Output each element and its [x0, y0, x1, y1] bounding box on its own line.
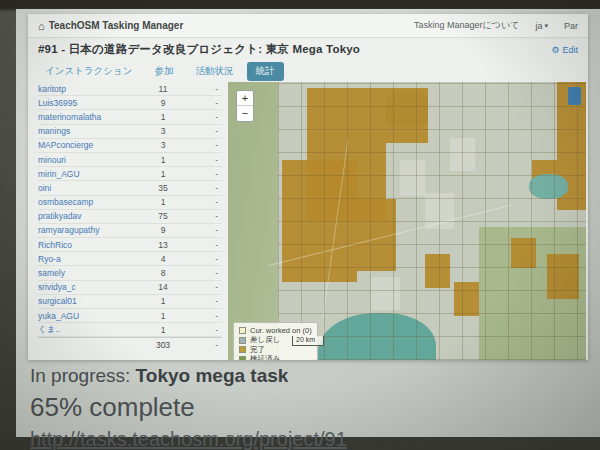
tab-contribute[interactable]: 参加 — [146, 62, 183, 81]
task-count: 3 — [142, 140, 184, 150]
legend-item: 完了 — [239, 345, 312, 355]
tab-activity[interactable]: 活動状況 — [187, 62, 243, 81]
map-terrain-west — [228, 82, 285, 360]
table-row: くま.. 1 - — [38, 323, 222, 337]
secondary-count: - — [184, 98, 222, 108]
caption-url: http://tasks.teachosm.org/project/91 — [30, 428, 347, 450]
table-row: surgical01 1 - — [38, 295, 222, 309]
legend-label: Cur. worked on (0) — [250, 326, 312, 335]
legend-item: Cur. worked on (0) — [239, 326, 312, 336]
user-menu[interactable]: Par — [564, 21, 578, 31]
username-link[interactable]: MAPconcierge — [38, 140, 142, 150]
legend-label: 完了 — [250, 345, 265, 355]
username-link[interactable]: pratikyadav — [38, 211, 142, 221]
task-count: 3 — [142, 126, 184, 136]
task-count: 1 — [142, 296, 184, 306]
username-link[interactable]: minouri — [38, 155, 142, 165]
secondary-count: - — [184, 225, 222, 235]
legend-swatch — [239, 356, 246, 360]
navbar-right: Tasking Managerについて ja ▾ Par — [414, 19, 578, 32]
secondary-count: - — [184, 254, 222, 264]
username-link[interactable]: yuka_AGU — [38, 311, 142, 321]
task-count: 1 — [142, 112, 184, 122]
username-link[interactable]: srividya_c — [38, 282, 142, 292]
map-scalebar: 20 km — [292, 336, 324, 346]
chevron-down-icon: ▾ — [544, 22, 548, 30]
legend-swatch — [239, 346, 246, 353]
username-link[interactable]: samely — [38, 268, 142, 278]
language-dropdown[interactable]: ja ▾ — [535, 21, 548, 31]
table-row: manings 3 - — [38, 125, 222, 139]
username-link[interactable]: manings — [38, 126, 142, 136]
edit-link[interactable]: ⚙ Edit — [551, 45, 578, 55]
layers-control-icon[interactable] — [568, 87, 581, 105]
tab-instructions[interactable]: インストラクション — [36, 62, 142, 81]
secondary-count: - — [184, 296, 222, 306]
task-count: 1 — [142, 197, 184, 207]
photo-background: ⌂ TeachOSM Tasking Manager Tasking Manag… — [0, 0, 600, 450]
secondary-count: - — [184, 311, 222, 321]
home-icon: ⌂ — [38, 20, 45, 32]
username-link[interactable]: Ryo-a — [38, 254, 142, 264]
username-link[interactable]: くま.. — [38, 324, 142, 336]
task-count: 1 — [142, 169, 184, 179]
task-count: 4 — [142, 254, 184, 264]
username-link[interactable]: ramyaragupathy — [38, 225, 142, 235]
secondary-count: - — [184, 325, 222, 335]
legend-swatch — [239, 337, 246, 344]
table-row: yuka_AGU 1 - — [38, 309, 222, 323]
table-row: MAPconcierge 3 - — [38, 139, 222, 153]
username-link[interactable]: oini — [38, 183, 142, 193]
legend-label: 差し戻し — [250, 335, 280, 345]
table-row: osmbasecamp 1 - — [38, 196, 222, 210]
username-link[interactable]: osmbasecamp — [38, 197, 142, 207]
about-link[interactable]: Tasking Managerについて — [414, 19, 519, 32]
task-count: 75 — [142, 211, 184, 221]
secondary-count: - — [184, 211, 222, 221]
username-link[interactable]: materinomalatha — [38, 112, 142, 122]
legend-label: 検証済み — [250, 354, 280, 360]
secondary-count: - — [184, 155, 222, 165]
slide-caption: In progress: Tokyo mega task 65% complet… — [30, 365, 347, 450]
total-count: 303 — [142, 340, 184, 350]
table-row: srividya_c 14 - — [38, 281, 222, 295]
username-link[interactable]: Luis36995 — [38, 98, 142, 108]
table-row: pratikyadav 75 - — [38, 210, 222, 224]
username-link[interactable]: karitotp — [38, 84, 142, 94]
secondary-count: - — [184, 169, 222, 179]
tab-stats[interactable]: 統計 — [247, 62, 284, 81]
caption-progress: 65% complete — [30, 392, 347, 423]
table-row: mirin_AGU 1 - — [38, 167, 222, 181]
brand[interactable]: ⌂ TeachOSM Tasking Manager — [38, 20, 183, 32]
navbar: ⌂ TeachOSM Tasking Manager Tasking Manag… — [28, 14, 588, 38]
username-link[interactable]: surgical01 — [38, 296, 142, 306]
table-total-row: 303 - — [38, 337, 222, 351]
task-count: 13 — [142, 240, 184, 250]
contributors-table: karitotp 11 - Luis36995 9 - materinomala… — [28, 82, 228, 360]
task-count: 9 — [142, 225, 184, 235]
username-link[interactable]: RichRico — [38, 240, 142, 250]
table-row: ramyaragupathy 9 - — [38, 224, 222, 238]
map-zoom-control: + − — [236, 90, 254, 122]
secondary-count: - — [184, 268, 222, 278]
table-row: oini 35 - — [38, 181, 222, 195]
task-count: 11 — [142, 84, 184, 94]
page-title: #91 - 日本の道路データ改良プロジェクト: 東京 Mega Tokyo — [38, 42, 360, 57]
task-count: 35 — [142, 183, 184, 193]
map-task-grid — [278, 82, 586, 360]
task-map[interactable]: + − Cur. worked on (0) 差し戻し — [228, 82, 586, 360]
task-count: 1 — [142, 311, 184, 321]
zoom-in-button[interactable]: + — [237, 91, 253, 106]
secondary-count: - — [184, 197, 222, 207]
task-count: 8 — [142, 268, 184, 278]
secondary-count: - — [184, 282, 222, 292]
caption-prefix: In progress: — [30, 365, 136, 386]
username-link[interactable]: mirin_AGU — [38, 169, 142, 179]
tab-bar: インストラクション 参加 活動状況 統計 — [28, 61, 588, 82]
table-row: karitotp 11 - — [38, 82, 222, 96]
caption-status-line: In progress: Tokyo mega task — [30, 365, 347, 387]
table-row: Luis36995 9 - — [38, 96, 222, 110]
zoom-out-button[interactable]: − — [237, 106, 253, 121]
brand-label: TeachOSM Tasking Manager — [49, 20, 184, 31]
app-window: ⌂ TeachOSM Tasking Manager Tasking Manag… — [28, 14, 588, 360]
